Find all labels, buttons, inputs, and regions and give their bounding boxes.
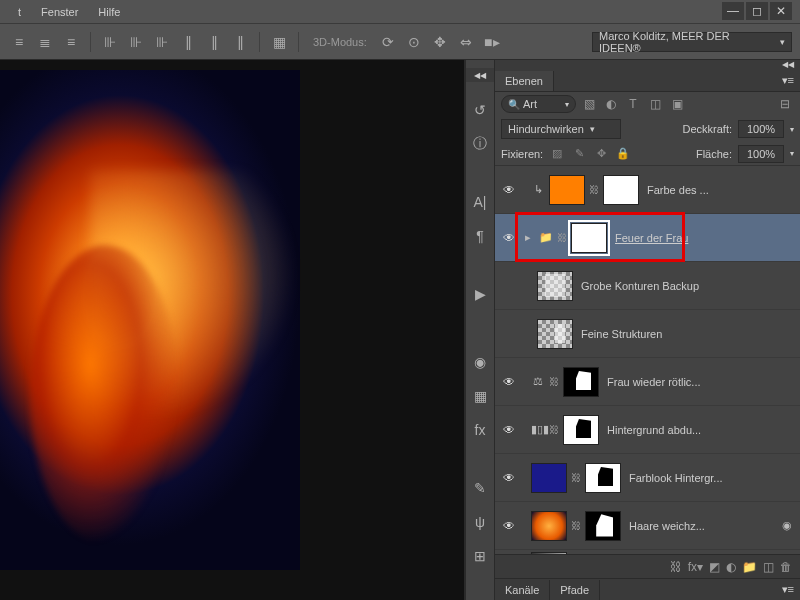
layer-thumb[interactable] [549,175,585,205]
layer-feuer-der-frau[interactable]: 👁 ▸ 📁 ⛓ Feuer der Frau [495,214,800,262]
kanaele-tab[interactable]: Kanäle [495,580,550,600]
adjustments-icon[interactable]: fx [470,420,490,440]
filter-shape-icon[interactable]: ◫ [646,95,664,113]
layer-haare[interactable]: 👁 ⛓ Haare weichz... ◉ [495,502,800,550]
filter-toggle[interactable]: ⊟ [776,95,794,113]
3d-roll-icon[interactable]: ⊙ [403,31,425,53]
layer-partial[interactable] [495,550,800,554]
layer-name[interactable]: Grobe Konturen Backup [577,280,794,292]
visibility-toggle[interactable]: 👁 [501,471,517,485]
new-group-icon[interactable]: 📁 [742,560,757,574]
canvas[interactable] [0,60,465,600]
blend-mode-select[interactable]: Hindurchwirken [501,119,621,139]
panel-collapse-icon[interactable]: ◀◀ [495,60,800,70]
layer-name[interactable]: Farblook Hintergr... [625,472,794,484]
filter-smart-icon[interactable]: ▣ [668,95,686,113]
layer-thumb[interactable] [537,319,573,349]
layer-thumb[interactable] [531,511,567,541]
link-layers-icon[interactable]: ⛓ [670,560,682,574]
link-icon[interactable]: ⛓ [571,520,581,531]
add-mask-icon[interactable]: ◩ [709,560,720,574]
properties-icon[interactable]: ⓘ [470,134,490,154]
clone-icon[interactable]: ⊞ [470,546,490,566]
layer-thumb[interactable] [531,552,567,555]
layer-farblook[interactable]: 👁 ⛓ Farblook Hintergr... [495,454,800,502]
rail-expand-icon[interactable]: ◀◀ [466,68,494,82]
fill-flyout-icon[interactable]: ▾ [790,149,794,158]
distribute-hcenter-icon[interactable]: ‖ [203,31,225,53]
3d-pan-icon[interactable]: ✥ [429,31,451,53]
lock-transparent-icon[interactable]: ▨ [549,146,565,162]
workspace-switcher[interactable]: Marco Kolditz, MEER DER IDEEN® [592,32,792,52]
layer-thumb[interactable] [531,463,567,493]
layer-name[interactable]: Hintergrund abdu... [603,424,794,436]
distribute-bottom-icon[interactable]: ⊪ [151,31,173,53]
lock-pixels-icon[interactable]: ✎ [571,146,587,162]
paragraph-icon[interactable]: ¶ [470,226,490,246]
visibility-toggle[interactable]: 👁 [501,231,517,245]
layer-hintergrund-abdu[interactable]: 👁 ▮▯▮ ⛓ Hintergrund abdu... [495,406,800,454]
distribute-top-icon[interactable]: ⊪ [99,31,121,53]
menu-item-hilfe[interactable]: Hilfe [88,2,130,22]
visibility-toggle[interactable]: 👁 [501,183,517,197]
layer-mask-thumb[interactable] [603,175,639,205]
minimize-button[interactable]: — [722,2,744,20]
3d-slide-icon[interactable]: ⇔ [455,31,477,53]
close-button[interactable]: ✕ [770,2,792,20]
swatches-icon[interactable]: ◉ [470,352,490,372]
lock-all-icon[interactable]: 🔒 [615,146,631,162]
filter-pixels-icon[interactable]: ▧ [580,95,598,113]
layer-mask-thumb[interactable] [563,415,599,445]
filter-adjust-icon[interactable]: ◐ [602,95,620,113]
opacity-flyout-icon[interactable]: ▾ [790,125,794,134]
visibility-toggle[interactable]: 👁 [501,519,517,533]
history-icon[interactable]: ↺ [470,100,490,120]
new-layer-icon[interactable]: ◫ [763,560,774,574]
menu-item-fenster[interactable]: Fenster [31,2,88,22]
3d-zoom-icon[interactable]: ■▸ [481,31,503,53]
smart-filter-icon[interactable]: ◉ [780,519,794,532]
link-icon[interactable]: ⛓ [549,376,559,387]
align-stage-icon[interactable]: ▦ [268,31,290,53]
filter-type-icon[interactable]: T [624,95,642,113]
layer-name[interactable]: Farbe des ... [643,184,794,196]
layer-name[interactable]: Feine Strukturen [577,328,794,340]
brush-icon[interactable]: ✎ [470,478,490,498]
link-icon[interactable]: ⛓ [557,232,567,243]
layer-feine-strukturen[interactable]: Feine Strukturen [495,310,800,358]
visibility-toggle[interactable]: 👁 [501,423,517,437]
new-adjustment-icon[interactable]: ◐ [726,560,736,574]
distribute-right-icon[interactable]: ‖ [229,31,251,53]
layer-name[interactable]: Feuer der Frau [611,232,794,244]
pfade-tab[interactable]: Pfade [550,580,600,600]
layer-grobe-konturen[interactable]: Grobe Konturen Backup [495,262,800,310]
3d-orbit-icon[interactable]: ⟳ [377,31,399,53]
maximize-button[interactable]: ◻ [746,2,768,20]
brushes-icon[interactable]: ψ [470,512,490,532]
layer-mask-thumb[interactable] [563,367,599,397]
link-icon[interactable]: ⛓ [571,472,581,483]
layer-filter-type[interactable]: 🔍Art▾ [501,95,576,113]
fill-input[interactable]: 100% [738,145,784,163]
layer-name[interactable]: Frau wieder rötlic... [603,376,794,388]
link-icon[interactable]: ⛓ [549,424,559,435]
layer-mask-thumb[interactable] [571,223,607,253]
link-icon[interactable]: ⛓ [589,184,599,195]
secondary-panel-menu-icon[interactable]: ▾≡ [776,583,800,596]
distribute-left-icon[interactable]: ‖ [177,31,199,53]
ebenen-tab[interactable]: Ebenen [495,71,554,91]
group-expand-icon[interactable]: ▸ [521,231,535,244]
layer-frau-roetlich[interactable]: 👁 ⚖ ⛓ Frau wieder rötlic... [495,358,800,406]
layer-farbe[interactable]: 👁 ↳ ⛓ Farbe des ... [495,166,800,214]
layer-fx-icon[interactable]: fx▾ [688,560,703,574]
layer-thumb[interactable] [537,271,573,301]
layer-name[interactable]: Haare weichz... [625,520,776,532]
align-center-icon[interactable]: ≣ [34,31,56,53]
layer-mask-thumb[interactable] [585,511,621,541]
panel-menu-icon[interactable]: ▾≡ [776,74,800,87]
menu-item-trunc[interactable]: t [8,2,31,22]
align-left-icon[interactable]: ≡ [8,31,30,53]
character-icon[interactable]: A| [470,192,490,212]
lock-position-icon[interactable]: ✥ [593,146,609,162]
opacity-input[interactable]: 100% [738,120,784,138]
